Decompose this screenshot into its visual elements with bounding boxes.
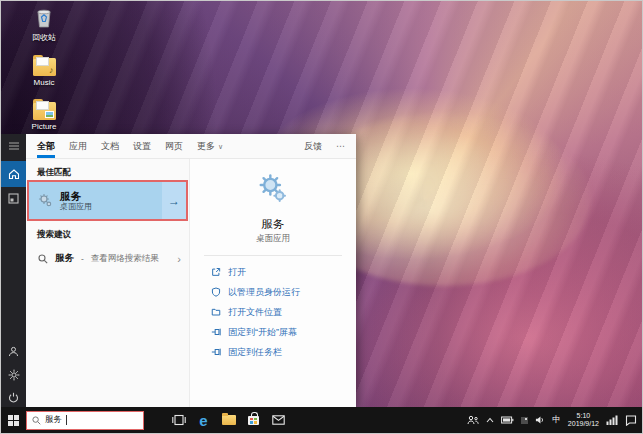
tab-all[interactable]: 全部 [37, 135, 55, 158]
mail-icon [272, 415, 285, 425]
tab-settings[interactable]: 设置 [133, 135, 151, 158]
taskbar-clock[interactable]: 5:10 2019/9/12 [568, 412, 599, 428]
context-actions: 打开 以管理员身份运行 打开文件位置 固定到“开始”屏幕 [190, 262, 356, 362]
search-panel-rail [1, 134, 26, 409]
pin-icon [211, 347, 221, 357]
suggestion-description: 查看网络搜索结果 [91, 253, 159, 265]
tray-misc-icon[interactable] [521, 417, 528, 424]
open-in-new-icon [211, 267, 221, 277]
services-gears-icon-large [257, 173, 289, 205]
pin-icon [211, 327, 221, 337]
best-match-result-services[interactable]: 服务 桌面应用 → [29, 182, 186, 219]
action-run-as-admin[interactable]: 以管理员身份运行 [211, 282, 356, 302]
people-icon[interactable] [467, 415, 479, 425]
action-open-file-location[interactable]: 打开文件位置 [211, 302, 356, 322]
show-hidden-icons-chevron[interactable] [486, 417, 494, 423]
tab-apps[interactable]: 应用 [69, 135, 87, 158]
desktop-icon-label: 回收站 [32, 32, 56, 43]
action-center-icon[interactable] [625, 415, 637, 426]
task-view-icon [172, 414, 186, 426]
action-pin-to-taskbar[interactable]: 固定到任务栏 [211, 342, 356, 362]
edge-browser-button[interactable]: e [195, 409, 212, 431]
menu-icon[interactable] [1, 134, 26, 157]
services-gears-icon [38, 193, 53, 208]
tab-documents[interactable]: 文档 [101, 135, 119, 158]
detail-title: 服务 [190, 217, 356, 232]
folder-icon [211, 307, 221, 317]
home-icon[interactable] [1, 161, 26, 187]
feedback-button[interactable]: 反馈 [304, 140, 322, 153]
desktop-icon-picture[interactable]: Picture [22, 98, 66, 131]
desktop-icon-label: Picture [32, 122, 57, 131]
taskbar: 服务 e [1, 407, 642, 433]
recycle-bin-icon [32, 6, 56, 30]
desktop-icon-list: 回收站 ♪ Music Picture [22, 6, 66, 131]
apps-icon[interactable] [1, 187, 26, 210]
desktop-icon-music[interactable]: ♪ Music [22, 54, 66, 87]
search-icon [32, 416, 41, 425]
search-panel-body: 全部 应用 文档 设置 网页 更多∨ 反馈 ⋯ 最佳匹配 [26, 134, 356, 409]
arrow-right-icon: → [168, 194, 180, 208]
picture-folder-icon [33, 102, 56, 120]
result-title: 服务 [60, 190, 162, 202]
file-explorer-icon [222, 415, 236, 425]
task-view-button[interactable] [170, 409, 187, 431]
shield-icon [211, 287, 221, 297]
taskbar-search-input[interactable]: 服务 [26, 411, 144, 430]
suggestions-header: 搜索建议 [37, 229, 178, 241]
tab-more[interactable]: 更多∨ [197, 135, 223, 158]
file-explorer-button[interactable] [220, 409, 237, 431]
taskbar-app-icons: e [170, 409, 287, 431]
suggestion-keyword: 服务 [55, 252, 74, 265]
edge-icon: e [199, 413, 207, 428]
user-icon[interactable] [1, 340, 26, 363]
desktop-icon-recycle-bin[interactable]: 回收站 [22, 6, 66, 43]
power-icon[interactable] [1, 386, 26, 409]
search-icon [38, 254, 48, 264]
desktop-icon-label: Music [34, 78, 55, 87]
search-tab-bar: 全部 应用 文档 设置 网页 更多∨ 反馈 ⋯ [26, 134, 356, 159]
clock-date: 2019/9/12 [568, 420, 599, 428]
best-match-header: 最佳匹配 [37, 167, 178, 179]
search-input-value: 服务 [45, 414, 62, 426]
more-options-icon[interactable]: ⋯ [336, 141, 346, 151]
settings-gear-icon[interactable] [1, 363, 26, 386]
chevron-right-icon: › [177, 255, 181, 263]
store-button[interactable] [245, 409, 262, 431]
store-icon [248, 416, 259, 425]
windows-desktop: 回收站 ♪ Music Picture [0, 0, 643, 434]
search-panel: 全部 应用 文档 设置 网页 更多∨ 反馈 ⋯ 最佳匹配 [1, 134, 356, 409]
search-results-column: 最佳匹配 服务 桌面应用 → 搜索建议 服务 [26, 159, 189, 409]
detail-divider [204, 255, 342, 256]
clock-time: 5:10 [568, 412, 599, 420]
ime-indicator[interactable]: 中 [552, 414, 561, 426]
suggestion-separator: - [81, 254, 84, 264]
signal-bars-icon[interactable] [606, 415, 618, 425]
search-suggestion-item[interactable]: 服务 - 查看网络搜索结果 › [26, 247, 189, 270]
result-subtitle: 桌面应用 [60, 202, 162, 212]
detail-subtitle: 桌面应用 [190, 233, 356, 245]
mail-button[interactable] [270, 409, 287, 431]
tab-web[interactable]: 网页 [165, 135, 183, 158]
start-button[interactable] [1, 407, 26, 433]
windows-logo-icon [8, 415, 19, 426]
expand-arrow-button[interactable]: → [162, 182, 186, 219]
action-pin-to-start[interactable]: 固定到“开始”屏幕 [211, 322, 356, 342]
action-open[interactable]: 打开 [211, 262, 356, 282]
chevron-down-icon: ∨ [218, 143, 223, 150]
music-folder-icon: ♪ [33, 58, 56, 76]
volume-icon[interactable] [535, 415, 545, 425]
system-tray: 中 5:10 2019/9/12 [467, 412, 642, 428]
battery-icon[interactable] [501, 416, 514, 424]
text-caret [66, 415, 67, 425]
result-detail-pane: 服务 桌面应用 打开 以管理员身份运行 [189, 159, 356, 409]
